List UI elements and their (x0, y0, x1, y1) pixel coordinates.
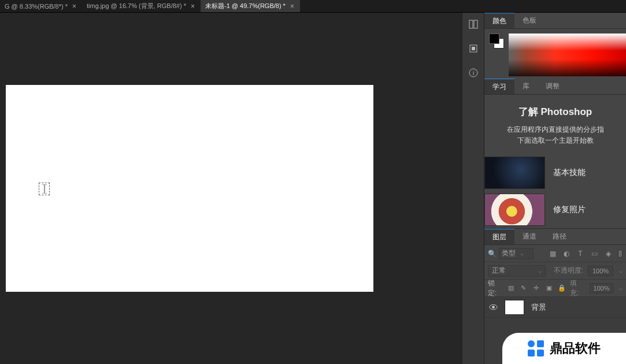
fill-input[interactable]: 100% (590, 283, 613, 294)
document-tab-label: G @ 8.33%(RGB/8*) * (5, 3, 68, 10)
tab-paths[interactable]: 路径 (544, 229, 575, 244)
foreground-color[interactable] (489, 34, 499, 44)
blend-opacity-row: 正常 ⌵ 不透明度: 100% ⌵ (484, 262, 626, 280)
color-spectrum[interactable] (509, 34, 626, 76)
panel-expand-icon[interactable] (466, 17, 480, 31)
filter-text-icon[interactable]: T (576, 250, 584, 258)
filter-shape-icon[interactable]: ▭ (590, 250, 598, 258)
learn-thumbnail (484, 194, 545, 226)
chevron-down-icon[interactable]: ⌵ (619, 285, 623, 291)
watermark-badge: 鼎品软件 (502, 333, 626, 364)
canvas-area[interactable] (0, 13, 462, 364)
filter-smartobj-icon[interactable]: ◈ (604, 250, 612, 258)
lock-all-icon[interactable]: 🔒 (558, 284, 565, 292)
chevron-down-icon: ⌵ (520, 250, 524, 257)
opacity-input[interactable]: 100% (588, 266, 613, 276)
text-insert-marquee[interactable] (39, 183, 50, 195)
tab-adjustments[interactable]: 调整 (538, 79, 568, 94)
filter-type-dropdown[interactable]: 类型 ⌵ (499, 248, 534, 259)
layer-filter-toolbar: 🔍 类型 ⌵ ▦ ◐ T ▭ ◈ (484, 245, 626, 262)
chevron-down-icon: ⌵ (538, 268, 542, 274)
color-panel: 颜色 色板 (484, 13, 626, 79)
blend-mode-dropdown[interactable]: 正常 ⌵ (488, 265, 546, 277)
lock-fill-row: 锁定: ▨ ✎ ✛ ▣ 🔒 填充: 100% ⌵ (484, 280, 626, 297)
watermark-text: 鼎品软件 (550, 340, 601, 357)
lock-position-icon[interactable]: ✛ (532, 284, 540, 292)
lock-transparent-icon[interactable]: ▨ (507, 284, 514, 292)
close-icon[interactable]: × (289, 2, 295, 10)
svg-rect-0 (469, 20, 473, 28)
text-cursor-icon (42, 184, 47, 194)
lock-label: 锁定: (488, 278, 502, 298)
svg-rect-3 (472, 47, 475, 50)
chevron-down-icon[interactable]: ⌵ (619, 268, 623, 274)
layer-thumbnail[interactable] (505, 300, 524, 315)
svg-rect-1 (474, 20, 477, 28)
document-tab-label: timg.jpg @ 16.7% (背景, RGB/8#) * (87, 2, 186, 10)
learn-item[interactable]: 基本技能 (484, 154, 626, 191)
filter-toggle[interactable] (618, 250, 623, 258)
layer-name[interactable]: 背景 (531, 302, 546, 313)
foreground-background-swatch[interactable] (489, 34, 504, 49)
tab-libraries[interactable]: 库 (514, 79, 538, 94)
learn-title: 了解 Photoshop (489, 105, 621, 118)
layer-row[interactable]: 背景 (484, 297, 626, 318)
svg-text:i: i (472, 70, 473, 76)
document-tab[interactable]: G @ 8.33%(RGB/8*) * × (0, 0, 82, 12)
tab-swatches[interactable]: 色板 (514, 13, 544, 28)
watermark-logo-icon (528, 340, 544, 356)
lock-image-icon[interactable]: ✎ (520, 284, 527, 292)
lock-artboard-icon[interactable]: ▣ (545, 284, 553, 292)
info-icon[interactable]: i (466, 66, 480, 80)
tab-color[interactable]: 颜色 (484, 13, 514, 28)
tab-channels[interactable]: 通道 (514, 229, 544, 244)
filter-adjustment-icon[interactable]: ◐ (562, 250, 571, 258)
learn-item[interactable]: 修复照片 (484, 191, 626, 228)
svg-point-7 (492, 306, 495, 309)
document-canvas[interactable] (6, 85, 373, 292)
learn-panel: 学习 库 调整 了解 Photoshop 在应用程序内直接提供的分步指 下面选取… (484, 79, 626, 228)
close-icon[interactable]: × (71, 2, 77, 10)
search-icon: 🔍 (488, 250, 497, 258)
tab-learn[interactable]: 学习 (484, 79, 514, 94)
opacity-label: 不透明度: (554, 266, 583, 276)
learn-thumbnail (484, 157, 545, 189)
fill-label: 填充: (570, 278, 584, 298)
right-collapsed-strip: i (462, 13, 484, 364)
learn-item-label: 修复照片 (553, 205, 586, 215)
document-tab[interactable]: 未标题-1 @ 49.7%(RGB/8) * × (201, 0, 300, 12)
close-icon[interactable]: × (190, 2, 196, 10)
learn-subtitle: 在应用程序内直接提供的分步指 下面选取一个主题开始教 (489, 124, 621, 146)
right-panels: 颜色 色板 学习 库 调整 了解 Photoshop 在应用程序内直 (484, 13, 626, 364)
document-tab[interactable]: timg.jpg @ 16.7% (背景, RGB/8#) * × (82, 0, 201, 12)
learn-item-label: 基本技能 (553, 168, 586, 178)
filter-image-icon[interactable]: ▦ (549, 250, 557, 258)
document-tab-label: 未标题-1 @ 49.7%(RGB/8) * (205, 2, 286, 10)
visibility-icon[interactable] (489, 303, 498, 311)
document-tabs: G @ 8.33%(RGB/8*) * × timg.jpg @ 16.7% (… (0, 0, 626, 13)
tab-layers[interactable]: 图层 (484, 229, 514, 244)
properties-icon[interactable] (466, 42, 480, 55)
